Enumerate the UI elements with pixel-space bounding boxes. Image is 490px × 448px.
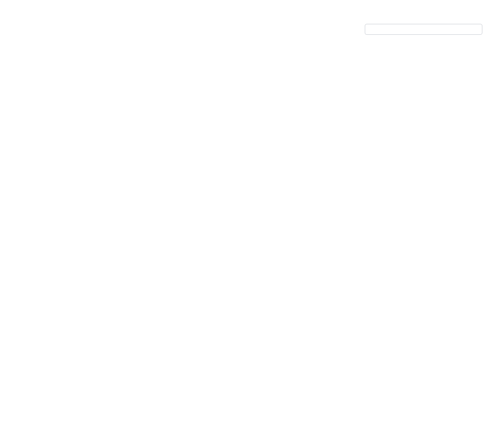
figure xyxy=(0,0,490,448)
legend xyxy=(365,24,482,35)
chart-canvas xyxy=(0,0,490,448)
legend-line-icon xyxy=(370,27,384,32)
